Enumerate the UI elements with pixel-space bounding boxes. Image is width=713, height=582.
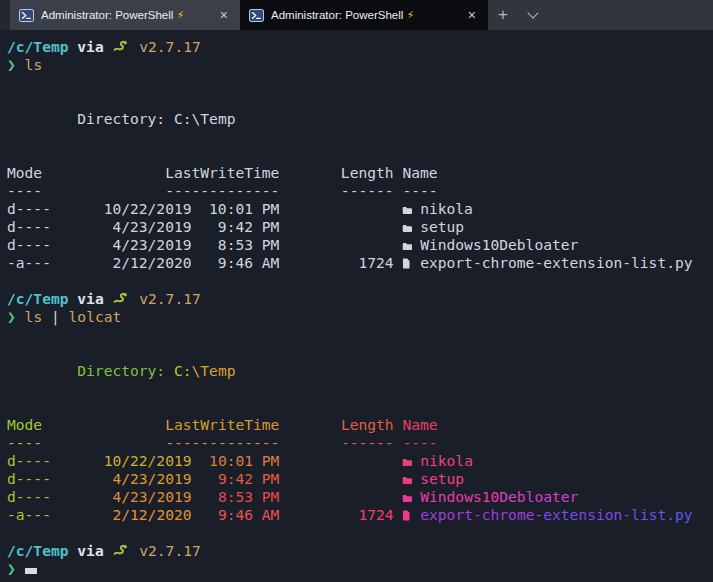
powershell-icon <box>19 9 34 22</box>
terminal-line: ❯ <box>7 560 713 578</box>
file-name: .py <box>666 506 692 523</box>
col-length: Length <box>341 416 394 433</box>
terminal-line: -a--- 2/12/2020 9:46 AM 1724 export-chro… <box>7 254 713 272</box>
text <box>165 362 174 379</box>
terminal-line: Mode LastWriteTime Length Name <box>7 416 713 434</box>
col-mode: Mode <box>7 416 42 433</box>
mode: -a--- <box>7 506 51 523</box>
terminal-line: ❯ ls | lolcat <box>7 308 713 326</box>
text <box>394 506 403 523</box>
terminal-line: Mode LastWriteTime Length Name <box>7 164 713 182</box>
dir-name: nikola <box>420 452 473 469</box>
date: 10/22/2019 <box>104 452 192 469</box>
lightning-icon: ⚡ <box>407 9 415 22</box>
command: lolcat <box>69 308 122 325</box>
dir-name: Windows10 <box>420 488 499 505</box>
tab-powershell-2[interactable]: Administrator: PowerShell ⚡ × <box>240 0 488 30</box>
terminal-line <box>7 74 713 92</box>
terminal-line: ---- ------------- ------ ---- <box>7 434 713 452</box>
terminal-window: Administrator: PowerShell ⚡ × Administra… <box>0 0 713 582</box>
terminal-line <box>7 326 713 344</box>
text <box>51 488 113 505</box>
time: 8:53 PM <box>218 488 280 505</box>
terminal-line: Directory: C:\Temp <box>7 362 713 380</box>
text <box>42 434 165 451</box>
cwd: /c/Temp <box>7 290 69 307</box>
table-header-underline: ---- ------------- ------ ---- <box>7 182 438 199</box>
text <box>42 416 165 433</box>
powershell-icon <box>249 9 264 22</box>
text <box>51 506 113 523</box>
text <box>16 560 25 577</box>
text <box>69 38 78 55</box>
text <box>16 308 25 325</box>
dir-name: Windows10Debloater <box>411 236 578 253</box>
dir-name: setup <box>411 218 464 235</box>
tab-title-text: Administrator: PowerShell <box>41 9 173 21</box>
snake-icon <box>112 290 130 308</box>
tab-title-text: Administrator: PowerShell <box>271 9 403 21</box>
row-fields: -a--- 2/12/2020 9:46 AM 1724 <box>7 254 402 271</box>
terminal-line <box>7 146 713 164</box>
prompt-symbol: ❯ <box>7 308 16 325</box>
text <box>7 362 77 379</box>
lightning-icon: ⚡ <box>177 9 185 22</box>
text <box>7 110 77 127</box>
pipe: | <box>51 308 60 325</box>
terminal-line: d---- 4/23/2019 9:42 PM setup <box>7 218 713 236</box>
directory-path: Directory: C:\Temp <box>77 110 235 127</box>
text <box>279 416 341 433</box>
text <box>130 290 139 307</box>
terminal-line <box>7 344 713 362</box>
directory-path: \Temp <box>192 362 236 379</box>
terminal-line: ---- ------------- ------ ---- <box>7 182 713 200</box>
terminal-line: /c/Temp via v2.7.17 <box>7 38 713 56</box>
prompt-symbol: ❯ <box>7 56 16 73</box>
text <box>42 308 51 325</box>
text <box>411 506 420 523</box>
time: 10:01 PM <box>209 452 279 469</box>
text <box>51 470 113 487</box>
text <box>51 452 104 469</box>
terminal-line: ❯ ls <box>7 56 713 74</box>
via-label: via <box>77 290 103 307</box>
tab-powershell-1[interactable]: Administrator: PowerShell ⚡ × <box>10 0 240 30</box>
terminal[interactable]: /c/Temp via v2.7.17❯ ls Directory: C:\Te… <box>0 30 713 582</box>
text <box>192 506 218 523</box>
cwd: /c/Temp <box>7 38 69 55</box>
terminal-line <box>7 380 713 398</box>
new-tab-button[interactable]: + <box>488 0 518 30</box>
terminal-line: d---- 4/23/2019 8:53 PM Windows10Debloat… <box>7 488 713 506</box>
text <box>60 308 69 325</box>
tab-close-button[interactable]: × <box>214 6 234 24</box>
text <box>411 470 420 487</box>
text: ------ <box>341 434 394 451</box>
terminal-line: d---- 10/22/2019 10:01 PM nikola <box>7 200 713 218</box>
row-fields: d---- 4/23/2019 9:42 PM <box>7 218 402 235</box>
text <box>16 56 25 73</box>
file-name: export-chrome- <box>420 506 543 523</box>
command: ls <box>25 308 43 325</box>
tab-close-button[interactable]: × <box>462 6 482 24</box>
terminal-line: /c/Temp via v2.7.17 <box>7 290 713 308</box>
via-label: via <box>77 542 103 559</box>
terminal-line <box>7 128 713 146</box>
terminal-line <box>7 92 713 110</box>
directory-path: C: <box>174 362 192 379</box>
text <box>104 38 113 55</box>
command: ls <box>25 56 43 73</box>
tab-dropdown-button[interactable] <box>518 0 548 30</box>
text <box>104 542 113 559</box>
text <box>69 290 78 307</box>
prompt-symbol: ❯ <box>7 560 16 577</box>
row-fields: d---- 4/23/2019 8:53 PM <box>7 236 402 253</box>
text <box>192 452 210 469</box>
terminal-line: Directory: C:\Temp <box>7 110 713 128</box>
date: 2/12/2020 <box>112 506 191 523</box>
python-version: v2.7.17 <box>139 290 201 307</box>
python-version: v2.7.17 <box>139 38 201 55</box>
size: 1724 <box>358 506 393 523</box>
terminal-line: d---- 4/23/2019 8:53 PM Windows10Debloat… <box>7 236 713 254</box>
dir-name: Debloater <box>499 488 578 505</box>
date: 4/23/2019 <box>112 470 191 487</box>
